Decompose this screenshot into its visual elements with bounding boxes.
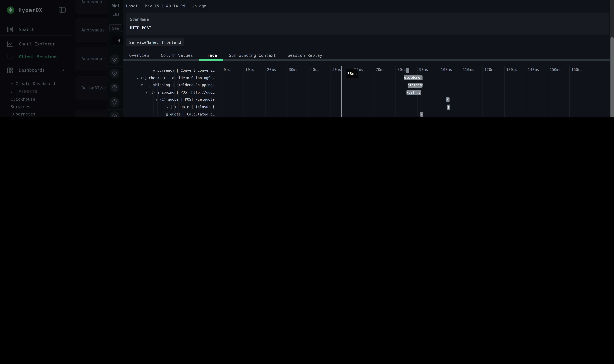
sidebar-item-client-sessions[interactable]: Client Sessions: [0, 52, 73, 62]
span-label-text: checkout | oteldemo.ShippingSe…: [149, 76, 215, 80]
session-name: Anonymous: [81, 0, 105, 4]
chevron-down-icon: ∨ (1): [145, 90, 155, 94]
location-pin-icon[interactable]: [110, 83, 119, 92]
chevron-down-icon: ∨ (1): [137, 76, 147, 80]
session-card[interactable]: Anonymous: [75, 47, 109, 71]
presets-toggle[interactable]: ∨ PRESETS: [11, 90, 38, 94]
peek-button[interactable]: H: [111, 36, 123, 45]
location-pin-icon[interactable]: [110, 111, 119, 117]
page-scrollbar-thumb[interactable]: [610, 37, 614, 117]
trace-waterfall: 0ms10ms20ms30ms40ms50ms60ms70ms80ms90ms1…: [123, 66, 614, 117]
trace-bar[interactable]: oteldemo.S: [408, 83, 422, 88]
event-header-meta: Unset · May 15 1:40:14 PM · 2h ago: [126, 4, 206, 8]
divider: [0, 76, 72, 76]
tab-trace[interactable]: Trace: [199, 51, 223, 59]
sidebar-item-label: Chart Explorer: [19, 41, 55, 46]
trace-bar[interactable]: P: [446, 97, 450, 102]
sidebar-preset-services[interactable]: Services: [11, 104, 30, 109]
divider: [0, 35, 72, 36]
peek-title: Wal: [112, 3, 120, 9]
chevron-down-icon: ∨ (2): [166, 105, 176, 109]
sidebar-preset-kubernetes[interactable]: Kubernetes: [11, 112, 35, 116]
trace-row[interactable]: ∨ (1) shipping | oteldemo.Shipping…oteld…: [123, 81, 614, 89]
span-name-label: SpanName: [130, 17, 149, 22]
span-label-text: currency | Convert convers…: [157, 68, 215, 72]
sidebar-item-dashboards[interactable]: Dashboards∧: [0, 65, 73, 75]
log-icon: ▤: [166, 112, 168, 116]
trace-row[interactable]: ∨ (2) quote | {closure}{: [123, 104, 614, 111]
session-name: Anonymous: [81, 56, 105, 61]
session-name: Deion37@gm: [81, 86, 107, 91]
session-event-row: [107, 52, 123, 67]
hyperdx-app: HyperDX SearchChart ExplorerClient Sessi…: [0, 0, 614, 117]
drawer-tabs: OverviewColumn ValuesTraceSurrounding Co…: [123, 51, 328, 59]
span-name-card: SpanName HTTP POST: [126, 13, 609, 35]
sidebar-item-search[interactable]: Search: [0, 25, 73, 34]
session-card[interactable]: Walton9@ho: [75, 110, 109, 117]
location-pin-icon[interactable]: [110, 54, 119, 64]
chart-explorer-icon: [7, 40, 13, 47]
tab-column-values[interactable]: Column Values: [155, 51, 199, 59]
trace-row-label[interactable]: ∨ (1) shipping | POST http://quo…: [123, 89, 215, 96]
divider: [123, 61, 614, 61]
trace-row[interactable]: ▤ quote | Calculated q…C: [123, 111, 614, 117]
sidebar-preset-clickhouse[interactable]: Clickhouse: [11, 97, 35, 101]
create-dashboard-link[interactable]: + Create Dashboard: [11, 81, 55, 86]
session-detail-peek: Wal Las Sea H: [107, 0, 123, 117]
peek-subtitle: Las: [112, 12, 119, 16]
tab-session-replay[interactable]: Session Replay: [282, 51, 328, 59]
trace-row[interactable]: ∨ (1) quote | POST /getquoteP: [123, 96, 614, 104]
sidebar-item-chart-explorer[interactable]: Chart Explorer: [0, 39, 73, 49]
peek-search-input[interactable]: Sea: [109, 24, 122, 32]
trace-row[interactable]: ∨ (1) shipping | POST http://quo…POST ht…: [123, 89, 614, 96]
cursor-tooltip: 58ms: [346, 69, 358, 78]
active-tab-underline: [199, 59, 223, 61]
trace-bar[interactable]: [406, 68, 409, 73]
logo[interactable]: HyperDX: [6, 6, 42, 15]
logo-text: HyperDX: [18, 7, 42, 13]
tab-surrounding-context[interactable]: Surrounding Context: [223, 51, 282, 59]
trace-row-label[interactable]: ∨ (2) quote | {closure}: [123, 104, 215, 111]
session-event-row: [107, 95, 123, 109]
trace-row[interactable]: ▤ currency | Convert convers…: [123, 67, 614, 74]
tab-overview[interactable]: Overview: [123, 51, 155, 59]
chevron-down-icon: ∨ (1): [141, 83, 151, 87]
span-label-text: shipping | POST http://quo…: [157, 90, 215, 94]
search-logs-icon: [7, 26, 13, 33]
session-card[interactable]: Anonymous: [75, 0, 109, 14]
trace-row-label[interactable]: ▤ currency | Convert convers…: [123, 67, 215, 74]
dashboards-icon: [7, 67, 13, 73]
sidebar-item-label: Dashboards: [19, 67, 45, 73]
session-card[interactable]: Anonymous: [75, 18, 109, 42]
trace-row-label[interactable]: ∨ (1) quote | POST /getquote: [123, 96, 215, 104]
trace-bar[interactable]: {: [447, 104, 450, 109]
chevron-up-icon: ∧: [62, 68, 64, 72]
sessions-list: AnonymousAnonymousAnonymousDeion37@gmWal…: [73, 0, 123, 117]
trace-bar[interactable]: POST http: [406, 90, 421, 95]
laptop-icon: [7, 54, 13, 60]
trace-row-label[interactable]: ▤ quote | Calculated q…: [123, 111, 215, 117]
span-label-text: quote | Calculated q…: [170, 112, 215, 116]
span-label-text: shipping | oteldemo.Shipping…: [153, 83, 215, 87]
span-label-text: quote | POST /getquote: [168, 98, 215, 102]
trace-row-label[interactable]: ∨ (1) checkout | oteldemo.ShippingSe…: [123, 74, 215, 81]
event-drawer: Unset · May 15 1:40:14 PM · 2h ago SpanN…: [123, 0, 614, 117]
location-pin-icon[interactable]: [110, 97, 119, 107]
trace-bar[interactable]: oteldemo.: [404, 75, 422, 80]
session-name: Anonymous: [81, 27, 105, 33]
chevron-down-icon: ∨ (1): [156, 98, 166, 102]
trace-row[interactable]: ∨ (1) checkout | oteldemo.ShippingSe…ote…: [123, 74, 614, 81]
session-event-row: [107, 66, 123, 81]
time-cursor-line: [342, 66, 342, 117]
session-card[interactable]: Deion37@gm: [75, 76, 109, 100]
trace-bar[interactable]: C: [420, 112, 423, 117]
service-name-tag[interactable]: ServiceName: frontend: [126, 39, 184, 46]
hyperdx-bolt-icon: [6, 6, 15, 15]
span-label-text: quote | {closure}: [179, 105, 215, 109]
tab-track: [123, 59, 614, 61]
panel-collapse-icon[interactable]: [59, 7, 66, 13]
location-pin-icon[interactable]: [110, 68, 119, 78]
span-name-value: HTTP POST: [130, 26, 151, 30]
trace-row-label[interactable]: ∨ (1) shipping | oteldemo.Shipping…: [123, 81, 215, 89]
sidebar-item-label: Client Sessions: [19, 54, 58, 59]
